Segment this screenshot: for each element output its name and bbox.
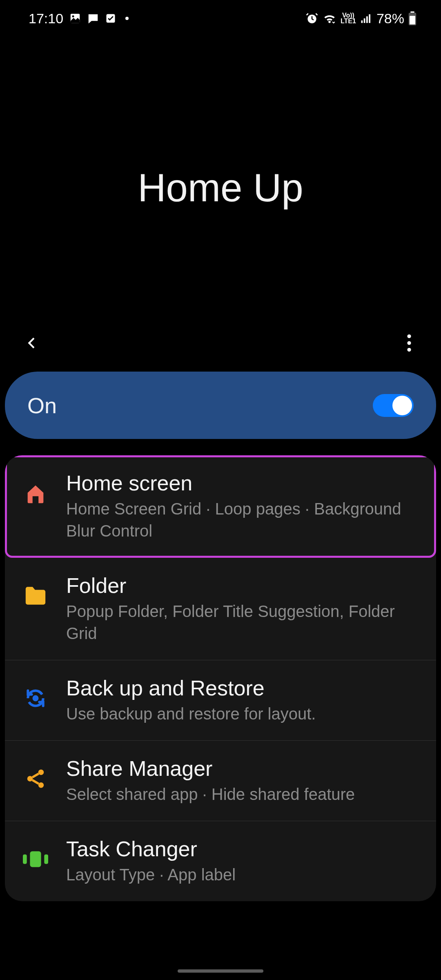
action-bar xyxy=(0,323,441,363)
item-texts: Task Changer Layout Type · App label xyxy=(66,837,416,886)
item-title: Back up and Restore xyxy=(66,676,416,700)
hero: Home Up xyxy=(0,37,441,323)
list-item-home-screen[interactable]: Home screen Home Screen Grid · Loop page… xyxy=(5,455,436,558)
navigation-handle[interactable] xyxy=(178,969,263,973)
status-right: Vo)) LTE1 78% xyxy=(305,11,416,27)
signal-icon xyxy=(360,12,372,24)
list-item-task-changer[interactable]: Task Changer Layout Type · App label xyxy=(5,821,436,901)
volte-icon: Vo)) LTE1 xyxy=(341,13,356,24)
item-title: Folder xyxy=(66,573,416,598)
svg-point-1 xyxy=(72,16,74,18)
item-texts: Back up and Restore Use backup and resto… xyxy=(66,676,416,725)
share-icon xyxy=(21,764,50,793)
svg-point-15 xyxy=(38,770,44,775)
battery-text: 78% xyxy=(376,11,404,27)
svg-rect-18 xyxy=(23,854,27,864)
svg-rect-8 xyxy=(410,11,414,13)
checkbox-icon xyxy=(105,13,116,24)
notification-dot-icon xyxy=(125,17,129,20)
svg-point-11 xyxy=(407,334,411,338)
svg-rect-4 xyxy=(361,20,363,23)
svg-rect-19 xyxy=(30,851,41,867)
item-texts: Share Manager Select shared app · Hide s… xyxy=(66,756,416,805)
list-item-share-manager[interactable]: Share Manager Select shared app · Hide s… xyxy=(5,741,436,821)
item-texts: Folder Popup Folder, Folder Title Sugges… xyxy=(66,573,416,644)
status-time: 17:10 xyxy=(29,11,63,27)
svg-point-14 xyxy=(33,695,39,702)
switch-knob-icon xyxy=(392,396,412,415)
svg-rect-20 xyxy=(44,854,48,864)
more-vertical-icon xyxy=(407,334,412,352)
chat-icon xyxy=(87,12,99,24)
folder-icon xyxy=(21,581,50,610)
item-subtitle: Layout Type · App label xyxy=(66,864,416,886)
master-toggle-row[interactable]: On xyxy=(5,372,436,439)
status-left: 17:10 xyxy=(29,11,129,27)
chevron-left-icon xyxy=(24,335,40,351)
task-changer-icon xyxy=(21,845,50,873)
item-subtitle: Popup Folder, Folder Title Suggestion, F… xyxy=(66,600,416,644)
svg-point-13 xyxy=(407,348,411,352)
settings-list: Home screen Home Screen Grid · Loop page… xyxy=(5,455,436,901)
page-title: Home Up xyxy=(138,165,303,210)
battery-icon xyxy=(408,11,416,25)
home-icon xyxy=(21,479,50,508)
status-bar: 17:10 Vo)) LTE1 78% xyxy=(0,0,441,37)
item-subtitle: Home Screen Grid · Loop pages · Backgrou… xyxy=(66,498,416,542)
svg-point-12 xyxy=(407,341,411,345)
volte-bottom: LTE1 xyxy=(341,18,356,24)
item-title: Task Changer xyxy=(66,837,416,861)
svg-point-17 xyxy=(38,782,44,788)
picture-icon xyxy=(69,12,81,24)
list-item-backup-restore[interactable]: Back up and Restore Use backup and resto… xyxy=(5,660,436,741)
item-title: Share Manager xyxy=(66,756,416,781)
list-item-folder[interactable]: Folder Popup Folder, Folder Title Sugges… xyxy=(5,558,436,660)
svg-rect-7 xyxy=(369,14,370,23)
item-texts: Home screen Home Screen Grid · Loop page… xyxy=(66,471,416,542)
svg-point-16 xyxy=(27,776,33,782)
more-button[interactable] xyxy=(397,331,421,355)
svg-rect-5 xyxy=(364,18,365,23)
alarm-icon xyxy=(305,12,318,25)
item-subtitle: Select shared app · Hide shared feature xyxy=(66,783,416,805)
item-title: Home screen xyxy=(66,471,416,495)
sync-icon xyxy=(21,684,50,713)
svg-rect-10 xyxy=(410,16,415,24)
toggle-switch[interactable] xyxy=(373,394,414,417)
back-button[interactable] xyxy=(20,331,44,355)
wifi-icon xyxy=(323,11,336,25)
toggle-label: On xyxy=(27,393,57,418)
svg-rect-6 xyxy=(366,16,368,23)
item-subtitle: Use backup and restore for layout. xyxy=(66,703,416,725)
